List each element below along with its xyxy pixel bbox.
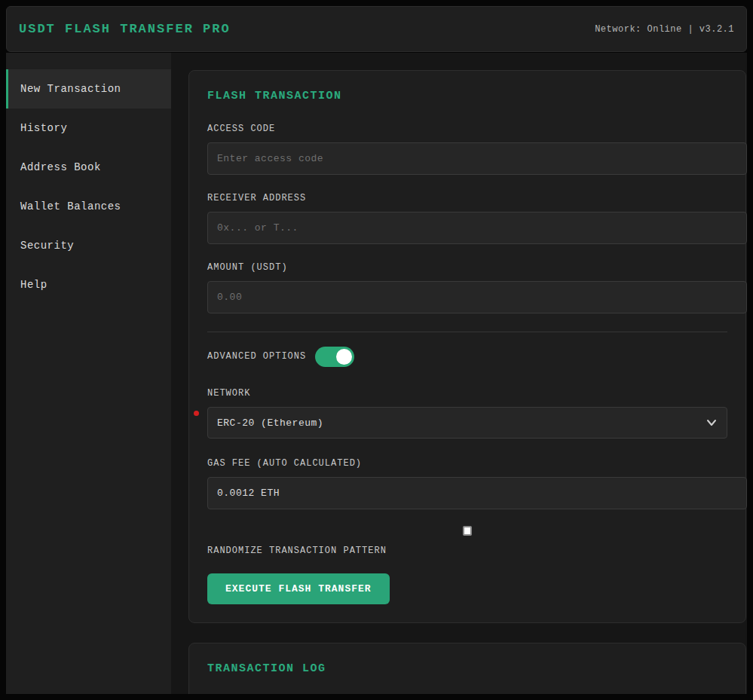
sidebar-item-wallet-balances[interactable]: Wallet Balances	[6, 187, 171, 226]
access-code-label: ACCESS CODE	[207, 124, 727, 135]
transaction-log-heading: TRANSACTION LOG	[207, 662, 727, 677]
app-title: USDT FLASH TRANSFER PRO	[19, 22, 231, 36]
advanced-options-label: ADVANCED OPTIONS	[207, 351, 306, 362]
sidebar: New Transaction History Address Book Wal…	[6, 53, 171, 694]
sidebar-item-help[interactable]: Help	[6, 265, 171, 304]
receiver-address-input[interactable]	[207, 212, 747, 244]
sidebar-item-label: Address Book	[20, 161, 101, 173]
sidebar-item-label: Security	[20, 240, 74, 252]
advanced-options-toggle[interactable]	[315, 347, 354, 367]
advanced-options-row: ADVANCED OPTIONS	[207, 347, 727, 367]
amount-input[interactable]	[207, 281, 747, 313]
execute-flash-transfer-button[interactable]: EXECUTE FLASH TRANSFER	[207, 573, 390, 604]
toggle-knob	[336, 349, 352, 365]
sidebar-item-address-book[interactable]: Address Book	[6, 148, 171, 187]
network-label: NETWORK	[207, 388, 727, 399]
network-status: Network: Online | v3.2.1	[595, 24, 734, 35]
network-select[interactable]: ERC-20 (Ethereum)	[207, 407, 727, 439]
access-code-input[interactable]	[207, 142, 747, 175]
app-header: USDT FLASH TRANSFER PRO Network: Online …	[6, 6, 747, 52]
sidebar-item-label: Help	[20, 279, 47, 291]
section-divider	[207, 332, 727, 332]
sidebar-item-label: New Transaction	[20, 83, 121, 95]
sidebar-item-new-transaction[interactable]: New Transaction	[6, 69, 171, 109]
randomize-checkbox[interactable]	[463, 526, 472, 536]
red-indicator-dot	[194, 411, 199, 416]
randomize-label: RANDOMIZE TRANSACTION PATTERN	[207, 546, 727, 557]
gas-fee-label: GAS FEE (AUTO CALCULATED)	[207, 458, 727, 469]
randomize-checkbox-row	[207, 526, 727, 536]
main-content: FLASH TRANSACTION ACCESS CODE RECEIVER A…	[171, 53, 747, 694]
sidebar-item-history[interactable]: History	[6, 109, 171, 148]
flash-transaction-heading: FLASH TRANSACTION	[207, 89, 727, 104]
flash-transaction-card: FLASH TRANSACTION ACCESS CODE RECEIVER A…	[188, 70, 746, 623]
receiver-address-label: RECEIVER ADDRESS	[207, 193, 727, 204]
sidebar-item-label: History	[20, 122, 67, 134]
sidebar-item-label: Wallet Balances	[20, 200, 121, 212]
sidebar-item-security[interactable]: Security	[6, 226, 171, 265]
transaction-log-card: TRANSACTION LOG	[188, 643, 746, 694]
network-select-wrap: ERC-20 (Ethereum)	[207, 407, 727, 439]
amount-label: AMOUNT (USDT)	[207, 262, 727, 274]
gas-fee-input[interactable]	[207, 477, 747, 509]
